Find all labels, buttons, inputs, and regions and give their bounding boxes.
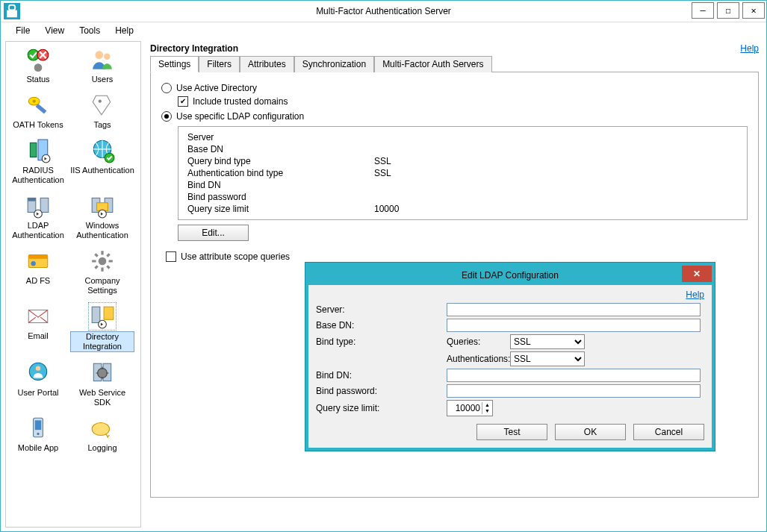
nav-item-directory-integration[interactable]: Directory Integration — [70, 301, 134, 358]
server-label: Server: — [316, 304, 447, 315]
menu-view[interactable]: View — [37, 22, 72, 39]
checkbox-scope-queries[interactable]: Use attribute scope queries — [166, 251, 748, 262]
queries-select[interactable]: SSL — [510, 334, 585, 349]
ldap-row: Bind password — [187, 191, 738, 203]
tab-multi-factor-auth-servers[interactable]: Multi-Factor Auth Servers — [374, 56, 491, 72]
nav-icon — [89, 92, 116, 119]
ok-button[interactable]: OK — [555, 424, 626, 440]
nav-label: Directory Integration — [70, 331, 134, 352]
nav-label: Email — [6, 331, 70, 341]
nav-label: Logging — [70, 443, 134, 453]
section-help-link[interactable]: Help — [740, 43, 759, 54]
server-input[interactable] — [447, 303, 701, 316]
nav-icon — [89, 248, 116, 275]
radio-use-ad[interactable]: Use Active Directory — [161, 83, 748, 93]
test-button[interactable]: Test — [476, 424, 547, 440]
binddn-label: Bind DN: — [316, 370, 447, 381]
svg-point-8 — [33, 100, 36, 103]
svg-rect-18 — [40, 198, 49, 212]
nav-item-users[interactable]: Users — [70, 45, 134, 90]
nav-item-logging[interactable]: Logging — [70, 413, 134, 459]
nav-label: Mobile App — [6, 443, 70, 453]
nav-icon — [25, 415, 52, 442]
checkbox-include-trusted[interactable]: ✔ Include trusted domains — [178, 96, 748, 107]
spinner-arrows-icon[interactable]: ▲▼ — [482, 402, 492, 414]
svg-point-26 — [31, 261, 35, 266]
nav-icon — [89, 415, 116, 442]
ldap-row: Authentication bind typeSSL — [187, 167, 738, 179]
nav-item-company-settings[interactable]: Company Settings — [70, 246, 134, 301]
radio-use-ldap-label: Use specific LDAP configuration — [176, 111, 304, 122]
ldap-value: SSL — [374, 156, 391, 166]
nav-icon — [89, 137, 116, 164]
nav-icon — [25, 46, 52, 73]
nav-item-windows-authentication[interactable]: Windows Authentication — [70, 191, 134, 246]
edit-ldap-button[interactable]: Edit... — [178, 225, 249, 241]
nav-item-web-service-sdk[interactable]: Web Service SDK — [70, 358, 134, 413]
nav-item-oath-tokens[interactable]: OATH Tokens — [6, 90, 70, 136]
maximize-button[interactable]: ☐ — [717, 2, 739, 19]
auths-select[interactable]: SSL — [510, 351, 585, 366]
nav-label: Windows Authentication — [70, 221, 134, 240]
radio-use-ldap[interactable]: Use specific LDAP configuration — [161, 111, 748, 122]
edit-ldap-dialog: Edit LDAP Configuration ✕ Help Server: B… — [305, 263, 715, 451]
nav-label: Web Service SDK — [70, 388, 134, 407]
ldap-row: Query size limit10000 — [187, 203, 738, 215]
svg-point-39 — [37, 433, 39, 435]
nav-icon — [89, 303, 116, 330]
basedn-input[interactable] — [447, 319, 701, 332]
nav-item-radius-authentication[interactable]: RADIUS Authentication — [6, 136, 70, 191]
ldap-row: Server — [187, 131, 738, 143]
svg-rect-29 — [92, 307, 100, 322]
application-window: Multi-Factor Authentication Server — ☐ ✕… — [0, 0, 767, 532]
svg-rect-30 — [104, 307, 114, 319]
menu-help[interactable]: Help — [108, 22, 141, 39]
svg-point-10 — [99, 100, 102, 103]
basedn-label: Base DN: — [316, 320, 447, 331]
nav-icon — [89, 46, 116, 73]
nav-item-ldap-authentication[interactable]: LDAP Authentication — [6, 191, 70, 246]
tab-settings[interactable]: Settings — [150, 56, 199, 72]
binddn-input[interactable] — [447, 369, 701, 382]
nav-label: Company Settings — [70, 276, 134, 295]
svg-rect-25 — [28, 255, 48, 259]
nav-item-ad-fs[interactable]: AD FS — [6, 246, 70, 301]
radio-icon — [161, 111, 172, 122]
svg-rect-17 — [28, 198, 36, 201]
ldap-value: SSL — [374, 168, 391, 178]
ldap-key: Query size limit — [187, 204, 374, 214]
tab-filters[interactable]: Filters — [199, 56, 240, 72]
dialog-close-button[interactable]: ✕ — [682, 266, 712, 282]
close-window-button[interactable]: ✕ — [742, 2, 765, 19]
menubar: File View Tools Help — [1, 22, 766, 39]
menu-tools[interactable]: Tools — [72, 22, 108, 39]
nav-item-tags[interactable]: Tags — [70, 90, 134, 136]
bindpw-input[interactable] — [447, 384, 701, 398]
nav-item-status[interactable]: Status — [6, 45, 70, 90]
tab-attributes[interactable]: Attributes — [240, 56, 294, 72]
qsize-label: Query size limit: — [316, 403, 447, 413]
qsize-input[interactable] — [447, 403, 482, 413]
ldap-key: Authentication bind type — [187, 168, 374, 178]
svg-point-6 — [104, 54, 111, 60]
nav-label: Status — [6, 75, 70, 84]
cancel-button[interactable]: Cancel — [633, 424, 704, 440]
tabstrip: SettingsFiltersAttributesSynchronization… — [150, 55, 759, 72]
qsize-spinner[interactable]: ▲▼ — [447, 400, 493, 416]
ldap-key: Base DN — [187, 144, 374, 154]
nav-item-mobile-app[interactable]: Mobile App — [6, 413, 70, 459]
ldap-row: Bind DN — [187, 179, 738, 191]
tab-synchronization[interactable]: Synchronization — [294, 56, 374, 72]
section-title: Directory Integration — [150, 43, 238, 54]
nav-item-iis-authentication[interactable]: IIS Authentication — [70, 136, 134, 191]
minimize-button[interactable]: — — [692, 2, 714, 19]
dialog-titlebar: Edit LDAP Configuration ✕ — [308, 266, 712, 285]
bindpw-label: Bind password: — [316, 386, 447, 396]
svg-point-40 — [92, 423, 109, 436]
nav-label: Users — [70, 75, 134, 84]
ldap-key: Bind DN — [187, 180, 374, 190]
dialog-help-link[interactable]: Help — [686, 290, 704, 300]
nav-item-email[interactable]: Email — [6, 301, 70, 358]
menu-file[interactable]: File — [8, 22, 37, 39]
nav-item-user-portal[interactable]: User Portal — [6, 358, 70, 413]
